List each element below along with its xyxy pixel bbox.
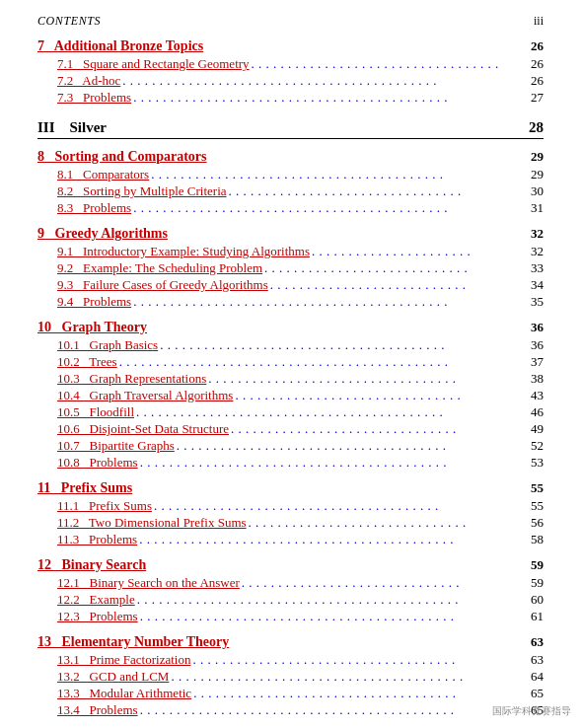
- entry-page: 36: [524, 337, 544, 353]
- entry-page: 58: [524, 532, 544, 547]
- entry-page: 46: [524, 404, 544, 420]
- chapter-7-title[interactable]: 7 Additional Bronze Topics: [37, 38, 203, 54]
- dots: . . . . . . . . . . . . . . . . . . . . …: [135, 592, 524, 608]
- entry-label[interactable]: 11.3 Problems: [57, 532, 137, 547]
- entry-label[interactable]: 12.1 Binary Search on the Answer: [57, 575, 240, 591]
- list-item: 10.5 Floodfill . . . . . . . . . . . . .…: [37, 404, 544, 420]
- entry-label[interactable]: 9.3 Failure Cases of Greedy Algorithms: [57, 277, 268, 293]
- dots: . . . . . . . . . . . . . . . . . . . . …: [131, 200, 524, 216]
- entry-page: 32: [524, 244, 544, 259]
- chapter-11-title[interactable]: 11 Prefix Sums: [37, 480, 132, 496]
- watermark: 国际学科竞赛指导: [492, 704, 571, 718]
- chapter-13-title[interactable]: 13 Elementary Number Theory: [37, 634, 229, 650]
- dots: . . . . . . . . . . . . . . . . . . . . …: [169, 669, 524, 685]
- entry-page: 63: [524, 652, 544, 668]
- entry-label[interactable]: 12.3 Problems: [57, 609, 138, 624]
- chapter-13-page: 63: [531, 634, 544, 650]
- entry-label[interactable]: 9.2 Example: The Scheduling Problem: [57, 260, 262, 276]
- dots: . . . . . . . . . . . . . . . . . . . . …: [229, 421, 524, 437]
- entry-label[interactable]: 7.3 Problems: [57, 90, 131, 106]
- entry-label[interactable]: 13.2 GCD and LCM: [57, 669, 169, 685]
- entry-label[interactable]: 13.3 Modular Arithmetic: [57, 686, 191, 701]
- chapter-7-heading: 7 Additional Bronze Topics 26: [37, 38, 544, 54]
- chapter-11-heading: 11 Prefix Sums 55: [37, 480, 544, 496]
- dots: . . . . . . . . . . . . . . . . . . . . …: [247, 515, 524, 531]
- entry-label[interactable]: 10.5 Floodfill: [57, 404, 134, 420]
- entry-page: 29: [524, 167, 544, 182]
- chapter-13-heading: 13 Elementary Number Theory 63: [37, 634, 544, 650]
- list-item: 9.3 Failure Cases of Greedy Algorithms .…: [37, 277, 544, 293]
- dots: . . . . . . . . . . . . . . . . . . . . …: [233, 388, 524, 403]
- entry-label[interactable]: 9.4 Problems: [57, 294, 131, 310]
- entry-page: 26: [524, 56, 544, 72]
- list-item: 10.2 Trees . . . . . . . . . . . . . . .…: [37, 354, 544, 370]
- dots: . . . . . . . . . . . . . . . . . . . . …: [206, 371, 524, 387]
- dots: . . . . . . . . . . . . . . . . . . . . …: [149, 167, 524, 182]
- entry-label[interactable]: 10.8 Problems: [57, 455, 138, 471]
- entry-label[interactable]: 8.3 Problems: [57, 200, 131, 216]
- list-item: 10.3 Graph Representations . . . . . . .…: [37, 371, 544, 387]
- dots: . . . . . . . . . . . . . . . . . . . . …: [131, 90, 524, 106]
- list-item: 10.7 Bipartite Graphs . . . . . . . . . …: [37, 438, 544, 454]
- list-item: 12.2 Example . . . . . . . . . . . . . .…: [37, 592, 544, 608]
- chapter-12-title[interactable]: 12 Binary Search: [37, 557, 146, 573]
- dots: . . . . . . . . . . . . . . . . . . . . …: [131, 294, 524, 310]
- entry-page: 34: [524, 277, 544, 293]
- chapter-9: 9 Greedy Algorithms 32 9.1 Introductory …: [37, 226, 544, 310]
- dots: . . . . . . . . . . . . . . . . . . . . …: [310, 244, 524, 259]
- entry-label[interactable]: 8.1 Comparators: [57, 167, 149, 182]
- chapter-13: 13 Elementary Number Theory 63 13.1 Prim…: [37, 634, 544, 718]
- dots: . . . . . . . . . . . . . . . . . . . . …: [240, 575, 524, 591]
- part-iii: III Silver 28: [37, 119, 544, 139]
- chapter-7-page: 26: [531, 38, 544, 54]
- list-item: 11.1 Prefix Sums . . . . . . . . . . . .…: [37, 498, 544, 514]
- entry-label[interactable]: 10.3 Graph Representations: [57, 371, 206, 387]
- chapter-12: 12 Binary Search 59 12.1 Binary Search o…: [37, 557, 544, 624]
- dots: . . . . . . . . . . . . . . . . . . . . …: [137, 532, 524, 547]
- list-item: 11.2 Two Dimensional Prefix Sums . . . .…: [37, 515, 544, 531]
- dots: . . . . . . . . . . . . . . . . . . . . …: [250, 56, 524, 72]
- entry-label[interactable]: 10.7 Bipartite Graphs: [57, 438, 175, 454]
- list-item: 11.3 Problems . . . . . . . . . . . . . …: [37, 532, 544, 547]
- entry-label[interactable]: 13.4 Problems: [57, 702, 138, 718]
- entry-label[interactable]: 10.4 Graph Traversal Algorithms: [57, 388, 233, 403]
- chapter-8-page: 29: [531, 149, 544, 165]
- entry-label[interactable]: 8.2 Sorting by Multiple Criteria: [57, 183, 227, 199]
- chapter-9-title[interactable]: 9 Greedy Algorithms: [37, 226, 168, 242]
- list-item: 13.4 Problems . . . . . . . . . . . . . …: [37, 702, 544, 718]
- dots: . . . . . . . . . . . . . . . . . . . . …: [190, 652, 524, 668]
- entry-label[interactable]: 10.2 Trees: [57, 354, 117, 370]
- list-item: 10.4 Graph Traversal Algorithms . . . . …: [37, 388, 544, 403]
- list-item: 9.2 Example: The Scheduling Problem . . …: [37, 260, 544, 276]
- chapter-9-page: 32: [531, 226, 544, 242]
- list-item: 13.1 Prime Factorization . . . . . . . .…: [37, 652, 544, 668]
- entry-label[interactable]: 7.1 Square and Rectangle Geometry: [57, 56, 250, 72]
- chapter-8-heading: 8 Sorting and Comparators 29: [37, 149, 544, 165]
- chapter-10-title[interactable]: 10 Graph Theory: [37, 320, 147, 335]
- entry-page: 59: [524, 575, 544, 591]
- dots: . . . . . . . . . . . . . . . . . . . . …: [138, 609, 524, 624]
- entry-label[interactable]: 13.1 Prime Factorization: [57, 652, 190, 668]
- list-item: 8.3 Problems . . . . . . . . . . . . . .…: [37, 200, 544, 216]
- dots: . . . . . . . . . . . . . . . . . . . . …: [262, 260, 524, 276]
- entry-label[interactable]: 12.2 Example: [57, 592, 135, 608]
- chapter-10-heading: 10 Graph Theory 36: [37, 320, 544, 335]
- entry-page: 37: [524, 354, 544, 370]
- entry-page: 30: [524, 183, 544, 199]
- dots: . . . . . . . . . . . . . . . . . . . . …: [120, 73, 524, 89]
- entry-page: 52: [524, 438, 544, 454]
- entry-label[interactable]: 10.6 Disjoint-Set Data Structure: [57, 421, 229, 437]
- dots: . . . . . . . . . . . . . . . . . . . . …: [191, 686, 524, 701]
- chapter-8-title[interactable]: 8 Sorting and Comparators: [37, 149, 207, 165]
- header-title: CONTENTS: [37, 14, 101, 29]
- entry-label[interactable]: 11.2 Two Dimensional Prefix Sums: [57, 515, 247, 531]
- entry-page: 60: [524, 592, 544, 608]
- dots: . . . . . . . . . . . . . . . . . . . . …: [138, 455, 524, 471]
- dots: . . . . . . . . . . . . . . . . . . . . …: [175, 438, 524, 454]
- list-item: 13.2 GCD and LCM . . . . . . . . . . . .…: [37, 669, 544, 685]
- entry-label[interactable]: 7.2 Ad-hoc: [57, 73, 120, 89]
- entry-label[interactable]: 11.1 Prefix Sums: [57, 498, 152, 514]
- entry-page: 35: [524, 294, 544, 310]
- entry-label[interactable]: 9.1 Introductory Example: Studying Algor…: [57, 244, 310, 259]
- entry-label[interactable]: 10.1 Graph Basics: [57, 337, 158, 353]
